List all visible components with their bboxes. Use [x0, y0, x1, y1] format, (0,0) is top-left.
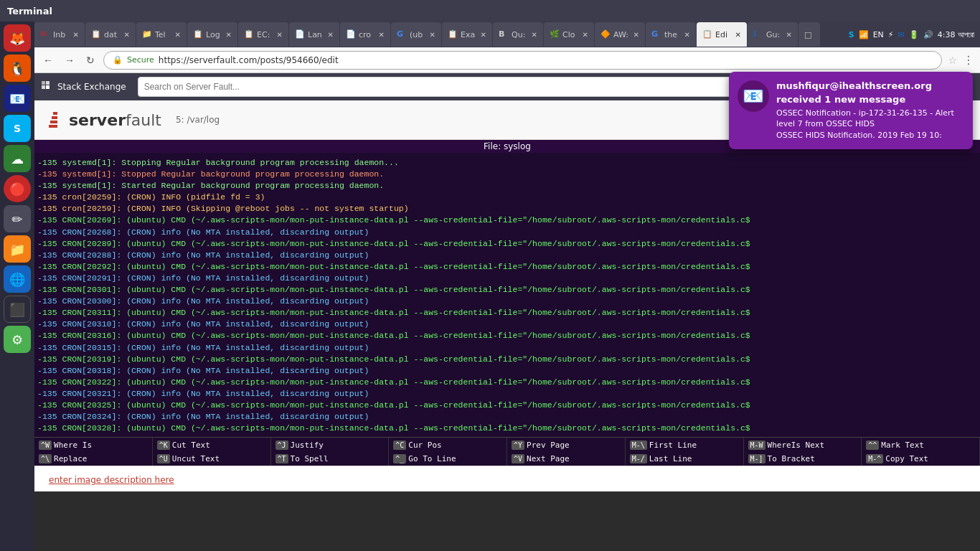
sf-logo: serverfault: [49, 111, 161, 129]
os-icon-red[interactable]: 🔴: [4, 175, 31, 202]
clock: 4:38 আপরো: [938, 30, 974, 39]
tab-dat[interactable]: 📋 dat ✕: [85, 22, 136, 47]
notification-footer: OSSEC HIDS Notification. 2019 Feb 19 10:: [776, 130, 964, 141]
tab-the[interactable]: G the ✕: [646, 22, 696, 47]
tab-close-the[interactable]: ✕: [684, 31, 690, 39]
nano-cmd-bottom-5[interactable]: M-/Last Line: [626, 452, 744, 466]
browser-menu-icon[interactable]: ⋮: [963, 53, 974, 67]
tab-favicon-ec: 📋: [244, 29, 254, 39]
nano-cmd-top-0[interactable]: ^WWhere Is: [34, 438, 153, 452]
url-text: https://serverfault.com/posts/954660/edi…: [159, 55, 339, 65]
skype-icon: S: [849, 30, 854, 39]
tab-close-ub[interactable]: ✕: [430, 31, 435, 39]
os-icon-folder[interactable]: 📁: [4, 235, 31, 263]
nano-key: ^Y: [512, 441, 524, 450]
nano-cmd-bottom-0[interactable]: ^\Replace: [34, 452, 153, 466]
os-icon-settings[interactable]: ⚙: [4, 326, 31, 353]
tab-close-gmail[interactable]: ✕: [73, 31, 79, 39]
nano-label: To Spell: [291, 454, 329, 463]
os-icon-email[interactable]: 📧: [4, 85, 31, 112]
nano-cmd-bottom-7[interactable]: M-^Copy Text: [862, 452, 980, 466]
tab-close-gu[interactable]: ✕: [786, 31, 792, 39]
tab-label-aw: AW:: [613, 30, 628, 39]
nano-label: Next Page: [527, 454, 570, 463]
tab-ec[interactable]: 📋 EC: ✕: [238, 22, 288, 47]
tab-new[interactable]: □: [798, 22, 820, 47]
nano-cmd-bottom-2[interactable]: ^TTo Spell: [271, 452, 390, 466]
tab-close-dat[interactable]: ✕: [124, 31, 130, 39]
os-icon-skype[interactable]: S: [4, 115, 31, 142]
os-icon-browser[interactable]: 🌐: [4, 265, 31, 293]
nano-key: ^T: [275, 454, 288, 463]
nano-cmd-top-2[interactable]: ^JJustify: [271, 438, 390, 452]
tab-label-gu: Gu:: [766, 30, 780, 39]
breadcrumb: 5: /var/log: [176, 115, 220, 125]
log-line: -135 CRON[20324]: (CRON) info (No MTA in…: [34, 411, 980, 423]
tab-ub[interactable]: G (ub ✕: [391, 22, 441, 47]
image-caption-link[interactable]: enter image description here: [49, 475, 174, 485]
mail-icon: ✉: [898, 30, 905, 39]
log-line: -135 CRON[20301]: (ubuntu) CMD (~/.aws-s…: [34, 284, 980, 296]
tab-log[interactable]: 📋 Log ✕: [187, 22, 237, 47]
nano-cmd-top-4[interactable]: ^YPrev Page: [507, 438, 626, 452]
tab-cro[interactable]: 📄 cro ✕: [340, 22, 390, 47]
tab-close-qu[interactable]: ✕: [532, 31, 537, 39]
tab-tel[interactable]: 📁 Tel ✕: [136, 22, 187, 47]
nano-cmd-top-5[interactable]: M-\First Line: [626, 438, 744, 452]
battery-icon: 🔋: [909, 30, 919, 39]
nano-cmd-bottom-3[interactable]: ^_Go To Line: [389, 452, 507, 466]
os-icon-edit[interactable]: ✏: [4, 205, 31, 232]
os-icon-firefox[interactable]: 🦊: [4, 24, 31, 52]
os-icon-terminal[interactable]: ⬛: [4, 296, 31, 323]
svg-rect-2: [42, 85, 45, 89]
tab-label-qu: Qu:: [512, 30, 525, 39]
tab-clo[interactable]: 🌿 Clo ✕: [544, 22, 594, 47]
nano-cmd-bottom-4[interactable]: ^VNext Page: [507, 452, 626, 466]
os-icon-files[interactable]: 🐧: [4, 55, 31, 82]
browser-tab-bar: ✉ Inb ✕ 📋 dat ✕ 📁 Tel ✕ 📋 Log ✕ 📋 EC: ✕ …: [34, 22, 980, 47]
tab-close-tel[interactable]: ✕: [175, 31, 181, 39]
nano-cmd-bottom-1[interactable]: ^UUncut Text: [153, 452, 271, 466]
os-icon-cloud[interactable]: ☁: [4, 145, 31, 172]
nano-cmd-top-7[interactable]: ^^Mark Text: [862, 438, 980, 452]
url-bar[interactable]: 🔒 Secure https://serverfault.com/posts/9…: [103, 51, 942, 70]
tab-favicon-cro: 📄: [346, 29, 356, 39]
nano-key: ^^: [866, 441, 879, 450]
back-button[interactable]: ←: [40, 53, 56, 67]
log-line: -135 cron[20259]: (CRON) INFO (Skipping …: [34, 203, 980, 215]
nano-cmd-bottom-6[interactable]: M-]To Bracket: [744, 452, 862, 466]
tab-lan[interactable]: 📄 Lan ✕: [289, 22, 339, 47]
se-brand[interactable]: Stack Exchange: [42, 81, 126, 93]
nano-cmd-top-3[interactable]: ^CCur Pos: [389, 438, 507, 452]
tab-edi[interactable]: 📋 Edi ✕: [697, 22, 747, 47]
bookmark-star-icon[interactable]: ☆: [948, 55, 957, 66]
nano-key: ^U: [157, 454, 170, 463]
tab-label-lan: Lan: [308, 30, 322, 39]
terminal-log-area: -135 systemd[1]: Stopping Regular backgr…: [34, 154, 980, 437]
nano-cmd-top-1[interactable]: ^KCut Text: [153, 438, 271, 452]
nano-key: M-^: [866, 454, 883, 463]
tab-close-edi[interactable]: ✕: [735, 31, 741, 39]
notification-sender: mushfiqur@ihealthscreen.org: [776, 80, 964, 91]
reload-button[interactable]: ↻: [83, 53, 98, 67]
tab-qu[interactable]: B Qu: ✕: [493, 22, 543, 47]
tab-gmail[interactable]: ✉ Inb ✕: [34, 22, 85, 47]
tab-exa[interactable]: 📋 Exa ✕: [442, 22, 492, 47]
se-brand-text: Stack Exchange: [57, 82, 126, 92]
tab-close-cro[interactable]: ✕: [379, 31, 385, 39]
tab-aw[interactable]: 🔶 AW: ✕: [595, 22, 645, 47]
nano-cmd-top-6[interactable]: M-WWhereIs Next: [744, 438, 862, 452]
log-line: -135 systemd[1]: Started Regular backgro…: [34, 180, 980, 192]
tab-close-log[interactable]: ✕: [226, 31, 232, 39]
tab-close-lan[interactable]: ✕: [328, 31, 334, 39]
tab-close-ec[interactable]: ✕: [277, 31, 283, 39]
log-line: -135 CRON[20315]: (CRON) info (No MTA in…: [34, 342, 980, 354]
tab-close-aw[interactable]: ✕: [633, 31, 639, 39]
tab-close-clo[interactable]: ✕: [583, 31, 588, 39]
forward-button[interactable]: →: [62, 53, 77, 67]
nano-key: M-]: [748, 454, 765, 463]
tab-favicon-exa: 📋: [448, 29, 458, 39]
tab-gu[interactable]: ℹ Gu: ✕: [748, 22, 798, 47]
tab-close-exa[interactable]: ✕: [481, 31, 486, 39]
nano-key: ^V: [512, 454, 524, 463]
